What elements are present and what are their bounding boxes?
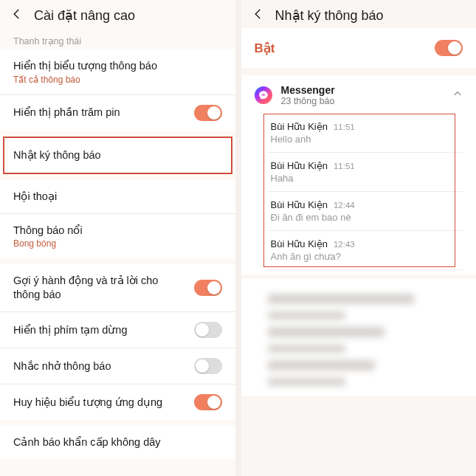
row-conversation[interactable]: Hội thoại — [0, 180, 235, 214]
toggle-icon-badge[interactable] — [194, 394, 222, 410]
notification-item[interactable]: Bùi Hữu Kiện 12:44 Đi ăn đi em bao nè — [268, 192, 463, 231]
page-title: Cài đặt nâng cao — [34, 7, 135, 24]
toggle-battery-percent[interactable] — [194, 105, 222, 121]
section-label: Thanh trạng thái — [0, 28, 235, 49]
notification-item[interactable]: Bùi Hữu Kiện 12:43 Anh ăn gì chưa? — [268, 231, 463, 270]
toggle-remind-notification[interactable] — [194, 358, 222, 374]
settings-screen: Cài đặt nâng cao Thanh trạng thái Hiển t… — [0, 0, 235, 476]
row-floating-notification[interactable]: Thông báo nổi Bong bóng — [0, 214, 235, 259]
toggle-suggest-actions[interactable] — [194, 280, 222, 296]
row-show-pause[interactable]: Hiển thị phím tạm dừng — [0, 312, 235, 348]
notif-sender: Bùi Hữu Kiện — [271, 238, 328, 249]
row-subtitle: Bong bóng — [13, 238, 83, 249]
row-battery-percent[interactable]: Hiển thị phần trăm pin — [0, 95, 235, 131]
blurred-content — [241, 279, 477, 396]
notif-sender: Bùi Hữu Kiện — [271, 199, 328, 210]
notif-message: Anh ăn gì chưa? — [271, 251, 461, 262]
row-title: Gợi ý hành động và trả lời cho thông báo — [13, 274, 172, 302]
blurred-line — [268, 311, 346, 320]
toggle-master[interactable] — [435, 40, 463, 56]
settings-group-convo: Hội thoại Thông báo nổi Bong bóng — [0, 180, 235, 259]
notif-time: 12:44 — [334, 201, 355, 210]
notif-message: Đi ăn đi em bao nè — [271, 212, 461, 223]
row-subtitle: Tất cả thông báo — [13, 75, 157, 85]
back-icon[interactable] — [252, 7, 265, 24]
row-emergency-alert[interactable]: Cảnh báo khẩn cấp không dây — [0, 426, 235, 459]
row-title: Nhắc nhở thông báo — [13, 359, 111, 373]
notification-item[interactable]: Bùi Hữu Kiện 11:51 Haha — [268, 153, 463, 192]
row-title: Hiển thị phím tạm dừng — [13, 323, 128, 337]
notification-log-screen: Nhật ký thông báo Bật Messenger 23 thông… — [241, 0, 477, 476]
master-toggle-label: Bật — [255, 41, 275, 56]
row-show-notification-icons[interactable]: Hiển thị biểu tượng thông báo Tất cả thô… — [0, 49, 235, 95]
settings-group-log: Nhật ký thông báo — [0, 137, 235, 174]
row-title: Huy hiệu biểu tượng ứng dụng — [13, 396, 162, 410]
row-notification-log[interactable]: Nhật ký thông báo — [0, 137, 235, 174]
notif-message: Hello anh — [271, 134, 461, 145]
row-title: Hội thoại — [13, 190, 57, 204]
chevron-up-icon[interactable] — [452, 89, 463, 102]
header: Nhật ký thông báo — [241, 0, 477, 28]
notif-time: 11:51 — [334, 162, 355, 170]
notification-item[interactable]: Bùi Hữu Kiện 11:51 Hello anh — [268, 114, 463, 153]
notif-sender: Bùi Hữu Kiện — [271, 121, 328, 132]
settings-group-emergency: Cảnh báo khẩn cấp không dây — [0, 426, 235, 459]
notif-time: 12:43 — [334, 240, 355, 249]
blurred-line — [268, 327, 385, 337]
app-card-messenger: Messenger 23 thông báo Bùi Hữu Kiện 11:5… — [241, 75, 477, 275]
app-header[interactable]: Messenger 23 thông báo — [241, 75, 477, 114]
blurred-line — [268, 345, 346, 353]
master-toggle-row[interactable]: Bật — [241, 28, 477, 68]
blurred-line — [268, 360, 375, 370]
header: Cài đặt nâng cao — [0, 0, 235, 28]
notif-sender: Bùi Hữu Kiện — [271, 160, 328, 171]
blurred-line — [268, 294, 414, 304]
app-name: Messenger — [281, 84, 444, 96]
notif-message: Haha — [271, 173, 461, 184]
row-title: Nhật ký thông báo — [13, 148, 101, 162]
row-suggest-actions[interactable]: Gợi ý hành động và trả lời cho thông báo — [0, 264, 235, 312]
notif-time: 11:51 — [334, 123, 355, 131]
row-icon-badge[interactable]: Huy hiệu biểu tượng ứng dụng — [0, 384, 235, 420]
messenger-icon — [255, 86, 272, 104]
settings-group-statusbar: Hiển thị biểu tượng thông báo Tất cả thô… — [0, 49, 235, 131]
page-title: Nhật ký thông báo — [275, 7, 384, 24]
row-title: Hiển thị phần trăm pin — [13, 106, 120, 120]
row-title: Thông báo nổi — [13, 224, 83, 238]
blurred-line — [268, 378, 346, 386]
row-remind-notification[interactable]: Nhắc nhở thông báo — [0, 348, 235, 384]
back-icon[interactable] — [10, 7, 24, 24]
row-title: Cảnh báo khẩn cấp không dây — [13, 435, 161, 449]
settings-group-actions: Gợi ý hành động và trả lời cho thông báo… — [0, 264, 235, 420]
app-count: 23 thông báo — [281, 96, 444, 106]
notification-list: Bùi Hữu Kiện 11:51 Hello anh Bùi Hữu Kiệ… — [241, 114, 477, 270]
toggle-show-pause[interactable] — [194, 322, 222, 338]
row-title: Hiển thị biểu tượng thông báo — [13, 59, 157, 73]
